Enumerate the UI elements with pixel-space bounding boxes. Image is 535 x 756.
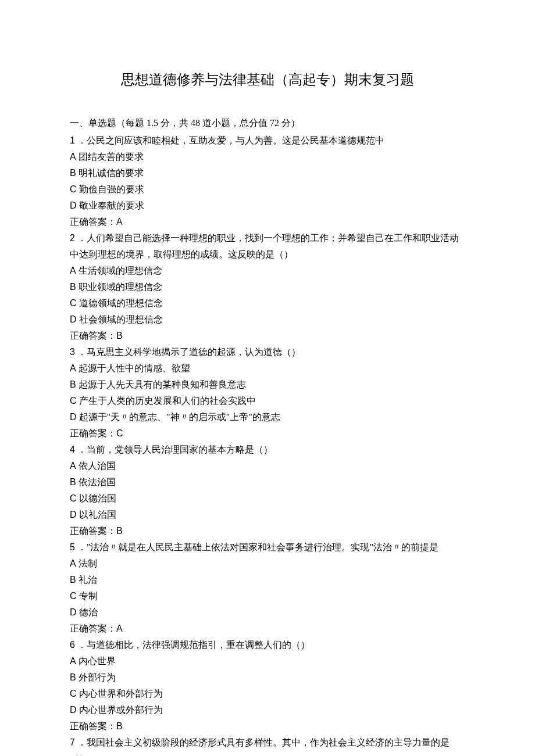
answer-label: 正确答案： <box>70 624 116 633</box>
question-separator: ． <box>75 640 87 650</box>
option-letter: C <box>70 298 77 308</box>
option-text: 勤俭自强的要求 <box>77 184 144 194</box>
answer-line: 正确答案：C <box>70 425 465 442</box>
question-number: 6 <box>70 640 75 650</box>
option-text: 产生于人类的历史发展和人们的社会实践中 <box>77 396 256 406</box>
answer-value: A <box>116 624 123 633</box>
option-text: 德治 <box>77 607 98 617</box>
option-letter: B <box>70 575 76 585</box>
question-text: 人们希望自己能选择一种理想的职业，找到一个理想的工作；并希望自己在工作和职业活动… <box>70 233 459 259</box>
answer-value: A <box>116 217 123 227</box>
page-title: 思想道德修养与法律基础（高起专）期末复习题 <box>70 67 465 92</box>
document-page: 思想道德修养与法律基础（高起专）期末复习题 一、单选题（每题 1.5 分，共 4… <box>0 0 535 756</box>
option-text: 外部行为 <box>76 672 116 682</box>
option-letter: D <box>70 607 77 617</box>
option-letter: A <box>70 363 76 373</box>
option: D 敬业奉献的要求 <box>70 198 465 214</box>
option-text: 起源于"天〃的意志、"神〃的启示或"上帝"的意志 <box>77 412 280 422</box>
question-block: 5 ．"法治〃就是在人民民主基础上依法对国家和社会事务进行治理。实现"法治〃的前… <box>70 539 465 637</box>
question-stem: 1 ．公民之间应该和睦相处，互助友爱，与人为善。这是公民基本道德规范中 <box>70 132 465 149</box>
option-text: 以礼治国 <box>77 510 116 519</box>
question-block: 1 ．公民之间应该和睦相处，互助友爱，与人为善。这是公民基本道德规范中A 团结友… <box>70 132 465 230</box>
option: A 团结友善的要求 <box>70 149 465 165</box>
option-text: 明礼诚信的要求 <box>76 168 144 178</box>
question-text: 与道德相比，法律强调规范指引，重在调整人们的（） <box>87 640 310 650</box>
question-block: 6 ．与道德相比，法律强调规范指引，重在调整人们的（）A 内心世界B 外部行为C… <box>70 637 465 734</box>
question-stem: 6 ．与道德相比，法律强调规范指引，重在调整人们的（） <box>70 637 465 653</box>
option-text: 法制 <box>76 558 97 568</box>
option: A 生活领域的理想信念 <box>70 263 465 279</box>
option: C 以德治国 <box>70 490 465 507</box>
option-letter: A <box>70 266 76 275</box>
question-number: 3 <box>70 347 75 357</box>
option-text: 内心世界和外部行为 <box>77 689 163 698</box>
question-number: 5 <box>70 542 75 552</box>
option: C 勤俭自强的要求 <box>70 181 465 198</box>
option-letter: A <box>70 558 76 568</box>
option: A 内心世界 <box>70 653 465 669</box>
option-letter: C <box>70 493 77 503</box>
option-text: 依人治国 <box>76 461 116 471</box>
option: D 以礼治国 <box>70 507 465 523</box>
question-separator: ． <box>75 135 87 145</box>
question-stem: 2 ．人们希望自己能选择一种理想的职业，找到一个理想的工作；并希望自己在工作和职… <box>70 230 465 263</box>
answer-line: 正确答案：A <box>70 621 465 637</box>
answer-label: 正确答案： <box>70 331 116 341</box>
question-text: 当前，党领导人民治理国家的基本方略是（） <box>87 445 273 454</box>
question-number: 1 <box>70 135 75 145</box>
answer-line: 正确答案：B <box>70 328 465 344</box>
answer-value: B <box>116 526 123 536</box>
question-stem: 7 ．我国社会主义初级阶段的经济形式具有多样性。其中，作为社会主义经济的主导力量… <box>70 734 465 756</box>
option-letter: A <box>70 152 76 162</box>
option: B 外部行为 <box>70 669 465 686</box>
option-text: 以德治国 <box>77 493 116 503</box>
question-block: 2 ．人们希望自己能选择一种理想的职业，找到一个理想的工作；并希望自己在工作和职… <box>70 230 465 344</box>
answer-value: B <box>116 721 123 731</box>
question-number: 4 <box>70 445 75 454</box>
question-stem: 3 ．马克思主义科学地揭示了道德的起源，认为道德（） <box>70 344 465 360</box>
question-separator: ． <box>75 445 87 454</box>
option: D 社会领域的理想信念 <box>70 311 465 328</box>
option-letter: C <box>70 689 77 698</box>
answer-line: 正确答案：B <box>70 523 465 539</box>
option-text: 起源于人性中的情感、欲望 <box>76 363 190 373</box>
question-separator: ． <box>75 737 87 747</box>
answer-label: 正确答案： <box>70 721 116 731</box>
option-text: 依法治国 <box>76 477 116 487</box>
question-block: 3 ．马克思主义科学地揭示了道德的起源，认为道德（）A 起源于人性中的情感、欲望… <box>70 344 465 442</box>
option-letter: D <box>70 200 77 210</box>
question-separator: ． <box>75 542 87 552</box>
option-letter: C <box>70 591 77 601</box>
option-letter: A <box>70 461 76 471</box>
question-stem: 4 ．当前，党领导人民治理国家的基本方略是（） <box>70 442 465 458</box>
option: D 内心世界或外部行为 <box>70 702 465 718</box>
question-text: "法治〃就是在人民民主基础上依法对国家和社会事务进行治理。实现"法治〃的前提是 <box>87 542 438 552</box>
question-text: 我国社会主义初级阶段的经济形式具有多样性。其中，作为社会主义经济的主导力量的是（… <box>70 737 450 756</box>
option-text: 内心世界或外部行为 <box>77 705 163 715</box>
option-letter: B <box>70 168 76 178</box>
option: A 起源于人性中的情感、欲望 <box>70 360 465 377</box>
question-number: 2 <box>70 233 75 243</box>
option: B 起源于人先天具有的某种良知和善良意志 <box>70 377 465 393</box>
option-letter: B <box>70 672 76 682</box>
option-text: 内心世界 <box>76 656 116 666</box>
option-text: 道德领域的理想信念 <box>77 298 163 308</box>
option: B 礼治 <box>70 572 465 588</box>
option-text: 社会领域的理想信念 <box>77 314 163 324</box>
option-letter: C <box>70 396 77 406</box>
option-text: 礼治 <box>76 575 97 585</box>
option-text: 团结友善的要求 <box>76 152 144 162</box>
option-letter: B <box>70 282 76 292</box>
answer-value: B <box>116 331 123 341</box>
option-text: 职业领域的理想信念 <box>76 282 162 292</box>
option: B 依法治国 <box>70 474 465 490</box>
answer-line: 正确答案：A <box>70 214 465 230</box>
option-letter: D <box>70 412 77 422</box>
option-letter: D <box>70 314 77 324</box>
option: D 起源于"天〃的意志、"神〃的启示或"上帝"的意志 <box>70 409 465 425</box>
question-text: 公民之间应该和睦相处，互助友爱，与人为善。这是公民基本道德规范中 <box>87 135 384 145</box>
question-block: 4 ．当前，党领导人民治理国家的基本方略是（）A 依人治国B 依法治国C 以德治… <box>70 442 465 539</box>
answer-label: 正确答案： <box>70 428 116 438</box>
questions-list: 1 ．公民之间应该和睦相处，互助友爱，与人为善。这是公民基本道德规范中A 团结友… <box>70 132 465 756</box>
option-letter: D <box>70 705 77 715</box>
